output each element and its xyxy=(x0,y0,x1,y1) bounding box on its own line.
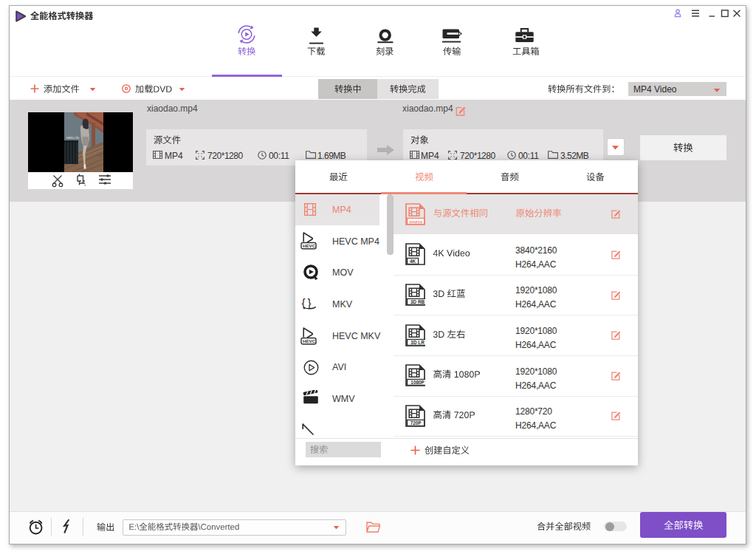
svg-text:HERLON..: HERLON.. xyxy=(66,136,80,140)
svg-text:3D RB: 3D RB xyxy=(410,299,425,304)
svg-text:source: source xyxy=(409,219,422,223)
svg-text:HEVC: HEVC xyxy=(303,243,316,248)
svg-text:4K: 4K xyxy=(410,259,416,264)
svg-text:{ }: { } xyxy=(302,296,312,309)
svg-text:1080P: 1080P xyxy=(410,380,425,385)
svg-text:720P: 720P xyxy=(410,420,422,425)
svg-text:3D LR: 3D LR xyxy=(410,339,425,344)
svg-text:HEVC: HEVC xyxy=(303,338,316,344)
